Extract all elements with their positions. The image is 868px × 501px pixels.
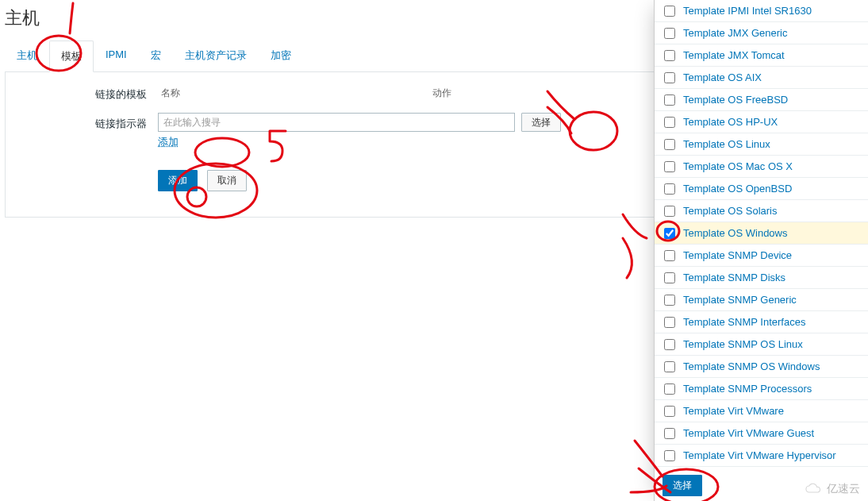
template-row[interactable]: Template SNMP Generic bbox=[655, 289, 868, 311]
template-checkbox[interactable] bbox=[664, 161, 675, 172]
template-row[interactable]: Template SNMP Disks bbox=[655, 267, 868, 289]
template-checkbox[interactable] bbox=[664, 117, 675, 128]
template-link[interactable]: Template SNMP Disks bbox=[683, 272, 785, 283]
template-row[interactable]: Template OS FreeBSD bbox=[655, 89, 868, 111]
template-link[interactable]: Template OS OpenBSD bbox=[683, 183, 792, 195]
template-link[interactable]: Template SNMP Processors bbox=[683, 383, 812, 395]
template-link[interactable]: Template JMX Tomcat bbox=[683, 49, 785, 61]
template-checkbox[interactable] bbox=[664, 228, 675, 239]
template-link[interactable]: Template OS HP-UX bbox=[683, 116, 778, 128]
label-linked-templates: 链接的模板 bbox=[15, 83, 158, 102]
template-row[interactable]: Template Virt VMware Guest bbox=[655, 422, 868, 445]
template-checkbox[interactable] bbox=[664, 139, 675, 150]
template-checkbox[interactable] bbox=[664, 206, 675, 217]
template-row[interactable]: Template OS Mac OS X bbox=[655, 156, 868, 178]
template-row[interactable]: Template Virt VMware Hypervisor bbox=[655, 445, 868, 467]
template-row[interactable]: Template OS OpenBSD bbox=[655, 178, 868, 200]
template-link[interactable]: Template OS Windows bbox=[683, 227, 788, 239]
template-checkbox[interactable] bbox=[664, 317, 675, 328]
tab-ipmi[interactable]: IPMI bbox=[94, 40, 139, 71]
picker-select-button[interactable]: 选择 bbox=[663, 475, 702, 496]
tab-inventory[interactable]: 主机资产记录 bbox=[173, 40, 259, 71]
template-checkbox[interactable] bbox=[664, 72, 675, 83]
template-link[interactable]: Template SNMP Interfaces bbox=[683, 316, 805, 328]
template-link[interactable]: Template OS Mac OS X bbox=[683, 160, 793, 172]
template-link[interactable]: Template OS Solaris bbox=[683, 205, 778, 217]
template-link[interactable]: Template SNMP Device bbox=[683, 249, 792, 261]
template-link[interactable]: Template OS FreeBSD bbox=[683, 94, 788, 106]
cancel-button[interactable]: 取消 bbox=[207, 170, 247, 191]
template-link[interactable]: Template Virt VMware Guest bbox=[683, 427, 814, 439]
template-picker-panel: Template IPMI Intel SR1630Template JMX G… bbox=[654, 0, 868, 501]
linked-templates-table: 名称 动作 bbox=[158, 83, 515, 103]
template-checkbox[interactable] bbox=[664, 383, 675, 395]
template-row[interactable]: Template Virt VMware bbox=[655, 400, 868, 422]
template-checkbox[interactable] bbox=[664, 361, 675, 372]
select-template-button[interactable]: 选择 bbox=[521, 113, 561, 132]
template-row[interactable]: Template OS AIX bbox=[655, 67, 868, 89]
template-row[interactable]: Template JMX Tomcat bbox=[655, 44, 868, 67]
template-checkbox[interactable] bbox=[664, 28, 675, 39]
tab-template[interactable]: 模板 bbox=[49, 40, 94, 72]
template-link[interactable]: Template IPMI Intel SR1630 bbox=[683, 5, 812, 17]
template-row[interactable]: Template OS Windows bbox=[655, 222, 868, 245]
template-checkbox[interactable] bbox=[664, 183, 675, 195]
template-row[interactable]: Template SNMP Processors bbox=[655, 378, 868, 400]
template-checkbox[interactable] bbox=[664, 406, 675, 417]
template-row[interactable]: Template OS HP-UX bbox=[655, 111, 868, 133]
template-checkbox[interactable] bbox=[664, 272, 675, 283]
col-name: 名称 bbox=[161, 87, 432, 100]
tab-encrypt[interactable]: 加密 bbox=[259, 40, 303, 71]
template-checkbox[interactable] bbox=[664, 428, 675, 439]
add-link[interactable]: 添加 bbox=[158, 135, 179, 149]
template-link[interactable]: Template Virt VMware Hypervisor bbox=[683, 449, 836, 461]
template-picker-list: Template IPMI Intel SR1630Template JMX G… bbox=[655, 0, 868, 467]
label-link-indicator: 链接指示器 bbox=[15, 113, 158, 131]
template-link[interactable]: Template Virt VMware bbox=[683, 405, 784, 417]
template-checkbox[interactable] bbox=[664, 50, 675, 61]
template-row[interactable]: Template JMX Generic bbox=[655, 22, 868, 44]
template-link[interactable]: Template OS Linux bbox=[683, 138, 770, 150]
template-link[interactable]: Template SNMP Generic bbox=[683, 294, 797, 306]
template-link[interactable]: Template SNMP OS Windows bbox=[683, 360, 820, 372]
col-action: 动作 bbox=[432, 87, 512, 100]
template-link[interactable]: Template SNMP OS Linux bbox=[683, 338, 803, 350]
template-row[interactable]: Template SNMP Interfaces bbox=[655, 311, 868, 333]
template-link[interactable]: Template OS AIX bbox=[683, 71, 762, 83]
template-row[interactable]: Template IPMI Intel SR1630 bbox=[655, 0, 868, 22]
template-row[interactable]: Template SNMP Device bbox=[655, 245, 868, 267]
template-checkbox[interactable] bbox=[664, 250, 675, 261]
template-row[interactable]: Template SNMP OS Linux bbox=[655, 333, 868, 356]
tab-macro[interactable]: 宏 bbox=[139, 40, 173, 71]
template-row[interactable]: Template SNMP OS Windows bbox=[655, 356, 868, 378]
template-checkbox[interactable] bbox=[664, 450, 675, 461]
tab-host[interactable]: 主机 bbox=[5, 40, 49, 71]
template-checkbox[interactable] bbox=[664, 339, 675, 350]
template-checkbox[interactable] bbox=[664, 94, 675, 106]
template-row[interactable]: Template OS Linux bbox=[655, 133, 868, 156]
template-checkbox[interactable] bbox=[664, 295, 675, 306]
template-row[interactable]: Template OS Solaris bbox=[655, 200, 868, 222]
template-search-input[interactable] bbox=[158, 113, 515, 132]
template-link[interactable]: Template JMX Generic bbox=[683, 27, 788, 39]
template-checkbox[interactable] bbox=[664, 6, 675, 17]
submit-add-button[interactable]: 添加 bbox=[158, 170, 198, 191]
